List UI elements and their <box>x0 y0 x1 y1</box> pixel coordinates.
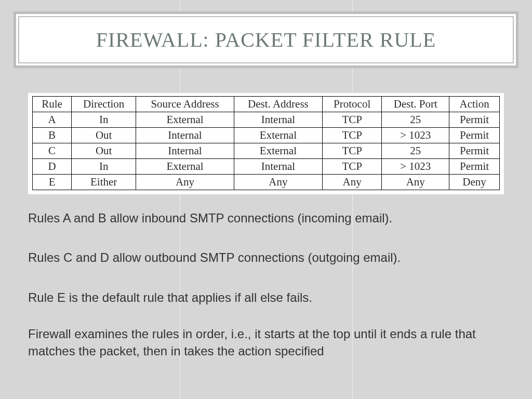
cell: Any <box>234 175 322 190</box>
rules-table-wrap: Rule Direction Source Address Dest. Addr… <box>28 93 504 194</box>
cell: Permit <box>449 112 500 128</box>
body-line: Firewall examines the rules in order, i.… <box>28 326 504 360</box>
col-source: Source Address <box>136 97 234 112</box>
cell: In <box>72 159 136 175</box>
table-body: A In External Internal TCP 25 Permit B O… <box>33 112 500 190</box>
col-protocol: Protocol <box>323 97 382 112</box>
cell: TCP <box>323 112 382 128</box>
cell: Any <box>136 175 234 190</box>
rules-table: Rule Direction Source Address Dest. Addr… <box>32 96 500 190</box>
cell: Internal <box>136 128 234 143</box>
cell: External <box>136 159 234 175</box>
body-line: Rules A and B allow inbound SMTP connect… <box>28 210 504 227</box>
table-row: E Either Any Any Any Any Deny <box>33 175 500 190</box>
table-row: B Out Internal External TCP > 1023 Permi… <box>33 128 500 143</box>
cell: Permit <box>449 143 500 159</box>
cell: Out <box>72 128 136 143</box>
cell: TCP <box>323 143 382 159</box>
cell: > 1023 <box>382 128 449 143</box>
cell: Permit <box>449 128 500 143</box>
cell: Deny <box>449 175 500 190</box>
cell: Internal <box>136 143 234 159</box>
cell: In <box>72 112 136 128</box>
cell: A <box>33 112 72 128</box>
table-row: A In External Internal TCP 25 Permit <box>33 112 500 128</box>
cell: TCP <box>323 128 382 143</box>
cell: 25 <box>382 143 449 159</box>
cell: 25 <box>382 112 449 128</box>
cell: B <box>33 128 72 143</box>
cell: External <box>234 143 322 159</box>
cell: Permit <box>449 159 500 175</box>
table-row: C Out Internal External TCP 25 Permit <box>33 143 500 159</box>
body-line: Rules C and D allow outbound SMTP connec… <box>28 249 504 266</box>
cell: Internal <box>234 159 322 175</box>
col-direction: Direction <box>72 97 136 112</box>
cell: External <box>136 112 234 128</box>
table-row: D In External Internal TCP > 1023 Permit <box>33 159 500 175</box>
cell: C <box>33 143 72 159</box>
cell: Any <box>382 175 449 190</box>
cell: TCP <box>323 159 382 175</box>
col-port: Dest. Port <box>382 97 449 112</box>
col-action: Action <box>449 97 500 112</box>
cell: Either <box>72 175 136 190</box>
cell: > 1023 <box>382 159 449 175</box>
table-header-row: Rule Direction Source Address Dest. Addr… <box>33 97 500 112</box>
slide: FIREWALL: PACKET FILTER RULE Rule Direct… <box>0 0 532 399</box>
cell: E <box>33 175 72 190</box>
title-inner: FIREWALL: PACKET FILTER RULE <box>18 16 514 63</box>
body-line: Rule E is the default rule that applies … <box>28 289 504 306</box>
cell: Internal <box>234 112 322 128</box>
title-frame: FIREWALL: PACKET FILTER RULE <box>14 11 518 68</box>
cell: External <box>234 128 322 143</box>
body-text: Rules A and B allow inbound SMTP connect… <box>14 210 518 360</box>
col-rule: Rule <box>33 97 72 112</box>
cell: D <box>33 159 72 175</box>
cell: Out <box>72 143 136 159</box>
col-dest: Dest. Address <box>234 97 322 112</box>
slide-title: FIREWALL: PACKET FILTER RULE <box>24 28 508 52</box>
cell: Any <box>323 175 382 190</box>
